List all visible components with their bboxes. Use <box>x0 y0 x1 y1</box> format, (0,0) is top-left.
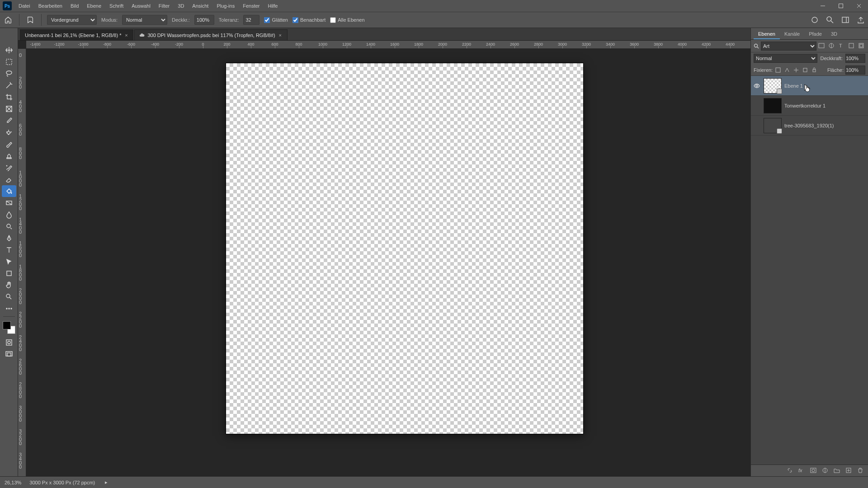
delete-layer-icon[interactable] <box>857 467 864 474</box>
menu-filter[interactable]: Filter <box>155 0 174 12</box>
move-tool[interactable] <box>2 44 16 56</box>
zoom-tool[interactable] <box>2 291 16 303</box>
hand-tool[interactable] <box>2 279 16 291</box>
path-select-tool[interactable] <box>2 256 16 267</box>
layer-name[interactable]: tree-3095683_1920(1) <box>784 123 866 128</box>
fg-color-swatch[interactable] <box>3 321 11 329</box>
filter-type-icon[interactable]: T <box>838 42 845 50</box>
panel-tab-kanäle[interactable]: Kanäle <box>780 29 804 39</box>
filter-smart-icon[interactable] <box>858 42 865 50</box>
pen-tool[interactable] <box>2 232 16 244</box>
current-tool-icon[interactable] <box>25 14 36 25</box>
menu-3d[interactable]: 3D <box>174 0 188 12</box>
brush-tool[interactable] <box>2 138 16 150</box>
antialias-checkbox[interactable]: Glätten <box>264 17 288 23</box>
layer-name[interactable]: Ebene 1 <box>784 83 866 89</box>
close-tab-icon[interactable]: × <box>124 33 128 38</box>
layer-visibility-icon[interactable] <box>753 83 761 89</box>
layer-row[interactable]: Ebene 1 <box>751 76 868 96</box>
menu-datei[interactable]: Datei <box>14 0 34 12</box>
new-layer-icon[interactable] <box>845 467 853 474</box>
shape-tool[interactable] <box>2 267 16 279</box>
dodge-tool[interactable] <box>2 221 16 232</box>
eyedropper-tool[interactable] <box>2 115 16 127</box>
menu-ansicht[interactable]: Ansicht <box>188 0 212 12</box>
document-tab[interactable]: 300 DPI Wassertropfen.psdc bei 117% (Tro… <box>134 29 287 40</box>
layer-filter-kind-select[interactable]: Art <box>761 42 816 51</box>
marquee-tool[interactable] <box>2 56 16 68</box>
layer-row[interactable]: tree-3095683_1920(1) <box>751 116 868 136</box>
filter-shape-icon[interactable] <box>848 42 855 50</box>
menu-ebene[interactable]: Ebene <box>83 0 105 12</box>
panel-tab-3d[interactable]: 3D <box>826 29 842 39</box>
menu-schrift[interactable]: Schrift <box>105 0 127 12</box>
filter-adjust-icon[interactable] <box>828 42 835 50</box>
filter-pixel-icon[interactable] <box>818 42 826 50</box>
paint-bucket-tool[interactable] <box>2 185 16 197</box>
layer-row[interactable]: Tonwertkorrektur 1 <box>751 96 868 116</box>
layer-blend-mode-select[interactable]: Normal <box>754 54 817 63</box>
menu-bearbeiten[interactable]: Bearbeiten <box>34 0 66 12</box>
contiguous-checkbox[interactable]: Benachbart <box>292 17 326 23</box>
layer-thumbnail[interactable] <box>764 118 782 133</box>
quick-mask-button[interactable] <box>2 337 16 348</box>
opacity-input[interactable] <box>194 15 214 25</box>
link-layers-icon[interactable] <box>787 467 794 474</box>
menu-plug-ins[interactable]: Plug-ins <box>212 0 239 12</box>
adjustment-layer-icon[interactable] <box>822 467 829 474</box>
lock-transparent-icon[interactable] <box>774 66 782 74</box>
lock-position-icon[interactable] <box>793 66 800 74</box>
healing-brush-tool[interactable] <box>2 127 16 138</box>
window-close-button[interactable] <box>850 0 868 12</box>
zoom-value[interactable]: 26,13% <box>5 480 21 485</box>
type-tool[interactable] <box>2 244 16 256</box>
panel-tab-pfade[interactable]: Pfade <box>804 29 826 39</box>
layer-opacity-input[interactable] <box>845 54 865 63</box>
more-tools[interactable] <box>2 303 16 314</box>
cloud-docs-icon[interactable] <box>810 15 819 24</box>
layer-name[interactable]: Tonwertkorrektur 1 <box>784 103 866 108</box>
history-brush-tool[interactable] <box>2 162 16 174</box>
fill-source-select[interactable]: Vordergrund <box>47 15 97 25</box>
tolerance-input[interactable] <box>243 15 259 25</box>
workspace-icon[interactable] <box>841 15 850 24</box>
share-icon[interactable] <box>856 15 865 24</box>
layer-group-icon[interactable] <box>834 467 841 474</box>
eraser-tool[interactable] <box>2 174 16 185</box>
clone-stamp-tool[interactable] <box>2 150 16 162</box>
layer-mask-icon[interactable] <box>810 467 817 474</box>
status-menu-icon[interactable]: ▸ <box>105 479 108 485</box>
menu-auswahl[interactable]: Auswahl <box>127 0 155 12</box>
blur-tool[interactable] <box>2 209 16 221</box>
crop-tool[interactable] <box>2 91 16 103</box>
screen-mode-button[interactable] <box>2 348 16 360</box>
lock-pixels-icon[interactable] <box>783 66 791 74</box>
search-icon[interactable] <box>826 15 835 24</box>
blend-mode-select[interactable]: Normal <box>122 15 167 25</box>
layer-fx-icon[interactable]: fx <box>798 467 806 474</box>
layer-fill-input[interactable] <box>845 66 865 75</box>
magic-wand-tool[interactable] <box>2 80 16 91</box>
lock-nesting-icon[interactable] <box>802 66 809 74</box>
layer-thumbnail[interactable] <box>764 78 782 94</box>
lasso-tool[interactable] <box>2 68 16 80</box>
doc-info[interactable]: 3000 Px x 3000 Px (72 ppcm) <box>29 480 95 485</box>
color-swatches[interactable] <box>3 321 15 334</box>
all-layers-checkbox[interactable]: Alle Ebenen <box>330 17 364 23</box>
ruler-h-tick: 200 <box>223 42 230 47</box>
document-canvas[interactable] <box>226 63 583 434</box>
close-tab-icon[interactable]: × <box>278 33 283 38</box>
window-maximize-button[interactable] <box>832 0 850 12</box>
window-minimize-button[interactable] <box>814 0 832 12</box>
document-tab[interactable]: Unbenannt-1 bei 26,1% (Ebene 1, RGB/8) *… <box>20 29 133 40</box>
layer-thumbnail[interactable] <box>764 98 782 113</box>
lock-all-icon[interactable] <box>811 66 818 74</box>
menu-bild[interactable]: Bild <box>66 0 83 12</box>
panel-tab-ebenen[interactable]: Ebenen <box>754 29 780 39</box>
home-button[interactable] <box>3 14 14 25</box>
gradient-tool[interactable] <box>2 197 16 209</box>
menu-fenster[interactable]: Fenster <box>239 0 264 12</box>
menu-hilfe[interactable]: Hilfe <box>264 0 282 12</box>
frame-tool[interactable] <box>2 103 16 115</box>
panel-tabs: EbenenKanälePfade3D <box>751 28 868 40</box>
